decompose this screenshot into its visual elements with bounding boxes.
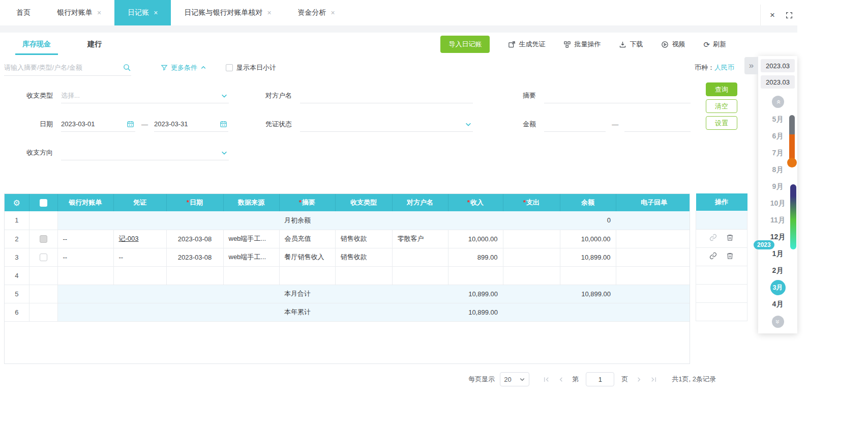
table-row: 2 -- 记-003 2023-03-08 web端手工... 会员充值 销售收… bbox=[5, 230, 690, 248]
amount-range-dash: — bbox=[606, 121, 624, 128]
table-header-row: ⚙ 银行对账单 凭证 *日期 数据来源 *摘要 收支类型 对方户名 *收入 *支… bbox=[5, 194, 690, 211]
currency-value[interactable]: 人民币 bbox=[714, 64, 734, 71]
close-tab-icon[interactable]: × bbox=[154, 9, 158, 17]
account-tab-ccb[interactable]: 建行 bbox=[69, 33, 120, 56]
show-daily-subtotal-option[interactable]: 显示本日小计 bbox=[226, 63, 276, 72]
delete-icon[interactable] bbox=[726, 234, 734, 241]
col-counterparty: 对方户名 bbox=[392, 194, 448, 211]
link-icon[interactable] bbox=[709, 234, 717, 241]
voucher-status-input[interactable] bbox=[300, 120, 473, 128]
month-item[interactable]: 2月 bbox=[758, 262, 797, 279]
date-filter-label: 日期 bbox=[4, 120, 61, 129]
date-to-field bbox=[154, 117, 228, 132]
search-box bbox=[4, 60, 131, 76]
more-conditions-toggle[interactable]: 更多条件 bbox=[161, 63, 206, 72]
year-total-income: 10,899.00 bbox=[448, 303, 503, 321]
period-display: 2023.03 bbox=[761, 59, 795, 72]
clear-button[interactable]: 清空 bbox=[706, 99, 737, 113]
panel-collapse-button[interactable]: » bbox=[744, 57, 758, 74]
video-button[interactable]: 视频 bbox=[661, 40, 685, 49]
per-page-select[interactable]: 20 bbox=[500, 372, 529, 386]
close-icon[interactable]: × bbox=[770, 10, 775, 20]
col-voucher: 凭证 bbox=[113, 194, 166, 211]
thermometer-orange bbox=[789, 115, 795, 161]
column-settings-gear-icon[interactable]: ⚙ bbox=[13, 199, 20, 207]
scroll-months-down-icon[interactable]: » bbox=[772, 316, 784, 328]
date-range-dash: — bbox=[135, 121, 154, 128]
page-suffix: 页 bbox=[621, 375, 628, 384]
import-journal-button[interactable]: 导入日记账 bbox=[440, 36, 490, 53]
close-tab-icon[interactable]: × bbox=[97, 9, 101, 17]
settings-button[interactable]: 设置 bbox=[706, 116, 737, 130]
voucher-status-select[interactable] bbox=[300, 117, 473, 132]
table-row: 5 本月合计 10,899.00 10,899.00 bbox=[5, 285, 690, 303]
date-from-input[interactable] bbox=[61, 120, 135, 128]
row-checkbox[interactable] bbox=[40, 235, 47, 243]
chevron-down-icon bbox=[465, 121, 472, 128]
daily-subtotal-checkbox[interactable] bbox=[226, 64, 233, 71]
counterparty-filter-input[interactable] bbox=[300, 92, 473, 99]
query-button[interactable]: 查询 bbox=[706, 82, 737, 96]
batch-operations-icon bbox=[563, 41, 571, 48]
counterparty-filter-label: 对方户名 bbox=[243, 91, 300, 100]
filter-buttons: 查询 清空 设置 bbox=[706, 82, 737, 130]
tab-fund-analysis[interactable]: 资金分析× bbox=[285, 0, 348, 25]
account-tabs: 库存现金 建行 bbox=[4, 33, 223, 56]
amount-max-field bbox=[624, 117, 691, 132]
tab-journal-bank-check[interactable]: 日记账与银行对账单核对× bbox=[171, 0, 284, 25]
chevron-down-icon bbox=[221, 149, 228, 156]
tab-bank-statement[interactable]: 银行对账单× bbox=[44, 0, 114, 25]
summary-filter-label: 摘要 bbox=[487, 91, 544, 100]
tab-journal[interactable]: 日记账× bbox=[114, 0, 171, 25]
period-selected[interactable]: 2023.03 bbox=[761, 75, 795, 89]
type-filter-input[interactable] bbox=[61, 92, 229, 99]
amount-min-input[interactable] bbox=[544, 120, 606, 128]
toolbar: 导入日记账 生成凭证 批量操作 下载 视频 ⟳ bbox=[440, 36, 747, 53]
generate-voucher-button[interactable]: 生成凭证 bbox=[508, 40, 545, 49]
summary-filter-field bbox=[544, 88, 691, 103]
amount-max-input[interactable] bbox=[624, 120, 691, 128]
link-icon[interactable] bbox=[709, 252, 717, 260]
calendar-icon[interactable] bbox=[127, 120, 134, 128]
delete-icon[interactable] bbox=[726, 252, 734, 260]
refresh-button[interactable]: ⟳ 刷新 bbox=[703, 40, 726, 49]
chevron-down-icon bbox=[221, 92, 228, 99]
journal-table-wrap: ⚙ 银行对账单 凭证 *日期 数据来源 *摘要 收支类型 对方户名 *收入 *支… bbox=[4, 193, 690, 364]
amount-min-field bbox=[544, 117, 606, 132]
top-tabbar: 首页 银行对账单× 日记账× 日记账与银行对账单核对× 资金分析× × bbox=[0, 0, 797, 25]
search-input[interactable] bbox=[4, 64, 123, 71]
account-tab-cash[interactable]: 库存现金 bbox=[4, 33, 69, 56]
prev-page-icon[interactable] bbox=[557, 376, 565, 383]
filter-form: 收支类型 对方户名 摘要 bbox=[4, 79, 747, 174]
batch-operations-button[interactable]: 批量操作 bbox=[563, 40, 601, 49]
next-page-icon[interactable] bbox=[635, 376, 643, 383]
search-icon[interactable] bbox=[123, 63, 131, 72]
first-page-icon[interactable] bbox=[543, 376, 550, 383]
download-button[interactable]: 下载 bbox=[619, 40, 643, 49]
month-item[interactable]: 4月 bbox=[758, 296, 797, 313]
counterparty-filter-field bbox=[300, 88, 473, 103]
currency-display: 币种：人民币 bbox=[695, 63, 747, 72]
opening-balance-label: 月初余额 bbox=[279, 211, 335, 230]
tab-home[interactable]: 首页 bbox=[3, 0, 44, 25]
summary-filter-input[interactable] bbox=[544, 92, 691, 99]
type-filter-select[interactable] bbox=[61, 88, 229, 103]
direction-input[interactable] bbox=[61, 149, 229, 156]
col-date: *日期 bbox=[166, 194, 223, 211]
fullscreen-icon[interactable] bbox=[785, 11, 793, 19]
page-number-input[interactable] bbox=[586, 372, 614, 386]
last-page-icon[interactable] bbox=[650, 376, 657, 383]
generate-voucher-icon bbox=[508, 41, 516, 48]
row-checkbox[interactable] bbox=[40, 254, 47, 261]
calendar-icon[interactable] bbox=[220, 120, 227, 128]
scroll-months-up-icon[interactable]: » bbox=[772, 96, 784, 108]
col-bank-statement: 银行对账单 bbox=[57, 194, 113, 211]
direction-select[interactable] bbox=[61, 145, 229, 160]
date-to-input[interactable] bbox=[154, 120, 228, 128]
close-tab-icon[interactable]: × bbox=[331, 9, 335, 17]
select-all-checkbox[interactable] bbox=[40, 199, 47, 207]
month-item-selected[interactable]: 3月 bbox=[758, 279, 797, 296]
voucher-link[interactable]: 记-003 bbox=[119, 235, 139, 242]
close-tab-icon[interactable]: × bbox=[267, 9, 271, 17]
table-row: 6 本年累计 10,899.00 bbox=[5, 303, 690, 321]
